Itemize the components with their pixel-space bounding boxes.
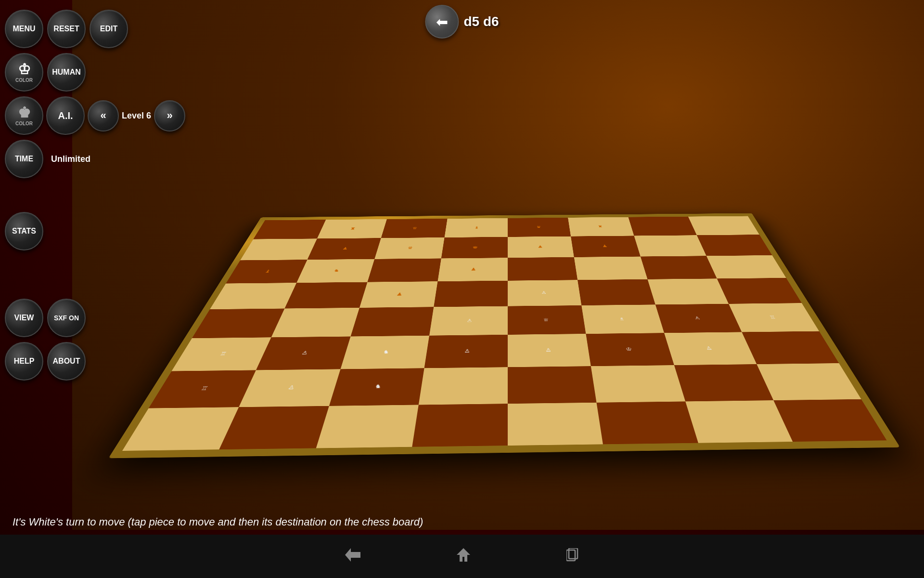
player2-color-button[interactable]: ♚ COLOR	[5, 96, 43, 135]
square-a8[interactable]	[253, 220, 326, 239]
chess-3d-container[interactable]: ♜ ♛ ♝ ♛ ♜ ♟ ♛ ♚ ♟ ♟ ♝ ♞ ♟	[111, 0, 905, 496]
square-d2[interactable]	[419, 367, 508, 405]
square-g5[interactable]	[647, 278, 729, 304]
nav-home-button[interactable]	[457, 548, 470, 565]
row-label-8: 8	[756, 224, 759, 226]
player1-row: ♔ COLOR HUMAN	[5, 53, 185, 92]
about-button[interactable]: ABOUT	[47, 342, 86, 381]
square-a7[interactable]	[240, 238, 317, 260]
row-label-2: 2	[853, 379, 858, 382]
square-b2[interactable]: ♙	[239, 369, 341, 407]
square-f8[interactable]: ♜	[568, 217, 634, 236]
square-d4[interactable]: ♙	[429, 306, 508, 336]
square-f4[interactable]: ♗	[581, 304, 664, 334]
square-b4[interactable]	[271, 308, 359, 338]
square-e1[interactable]	[508, 403, 603, 446]
square-g6[interactable]	[640, 256, 717, 279]
square-d1[interactable]	[412, 404, 508, 447]
square-c5[interactable]: ♟	[359, 281, 438, 308]
stats-button[interactable]: STATS	[5, 212, 43, 250]
time-button[interactable]: TIME	[5, 140, 43, 178]
square-e8[interactable]: ♛	[508, 218, 571, 237]
player2-row: ♚ COLOR A.I. « Level 6 »	[5, 96, 185, 135]
square-h4[interactable]: ♖	[729, 303, 819, 332]
square-g2[interactable]	[674, 364, 773, 401]
col-label-a: A	[165, 452, 172, 457]
square-a4[interactable]	[192, 309, 285, 339]
square-e7[interactable]: ♟	[508, 236, 574, 258]
square-c8[interactable]: ♛	[381, 219, 447, 238]
square-g4[interactable]: ♙	[655, 304, 742, 333]
human-button[interactable]: HUMAN	[47, 53, 86, 92]
col-label-e: E	[554, 447, 558, 451]
square-a3[interactable]: ♖	[172, 337, 271, 371]
last-move-text: d5 d6	[463, 14, 499, 29]
nav-recent-button[interactable]	[566, 548, 579, 565]
undo-arrow-icon: ⬅	[436, 13, 448, 30]
square-d8[interactable]: ♝	[444, 218, 508, 237]
square-h5[interactable]	[717, 278, 801, 304]
level-next-button[interactable]: »	[154, 100, 185, 131]
chess-board-3d[interactable]: ♜ ♛ ♝ ♛ ♜ ♟ ♛ ♚ ♟ ♟ ♝ ♞ ♟	[108, 213, 900, 459]
square-f5[interactable]	[578, 279, 655, 305]
spacer1	[5, 183, 185, 207]
square-b8[interactable]: ♜	[317, 219, 387, 238]
square-h7[interactable]	[697, 235, 772, 256]
square-d7[interactable]: ♚	[441, 237, 508, 258]
move-indicator: ⬅ d5 d6	[425, 5, 499, 39]
menu-button[interactable]: MENU	[5, 10, 43, 48]
row-label-1: 1	[877, 417, 883, 421]
square-c6[interactable]	[367, 258, 441, 282]
row-label-4: 4	[813, 315, 818, 318]
chess-board-scene: ♜ ♛ ♝ ♛ ♜ ♟ ♛ ♚ ♟ ♟ ♝ ♞ ♟	[72, 0, 924, 530]
square-h8[interactable]	[688, 216, 759, 236]
square-c4[interactable]	[350, 307, 434, 336]
square-h6[interactable]	[706, 255, 786, 279]
square-b3[interactable]: ♙	[256, 337, 350, 370]
nav-back-button[interactable]	[345, 548, 360, 565]
help-button[interactable]: HELP	[5, 342, 43, 381]
edit-button[interactable]: EDIT	[90, 10, 128, 48]
row-label-7: 7	[768, 244, 771, 246]
level-prev-button[interactable]: «	[88, 100, 119, 131]
square-c2[interactable]: ♞	[329, 368, 424, 406]
square-b6[interactable]: ♞	[296, 259, 374, 283]
square-d3[interactable]: ♙	[424, 335, 508, 368]
ai-button[interactable]: A.I.	[46, 96, 85, 135]
square-b5[interactable]	[285, 282, 368, 309]
square-f3[interactable]: ♔	[586, 333, 674, 366]
square-d5[interactable]	[434, 281, 508, 307]
square-e6[interactable]	[508, 257, 578, 281]
square-a5[interactable]	[210, 283, 296, 309]
square-c7[interactable]: ♛	[374, 237, 444, 259]
square-h3[interactable]	[742, 331, 839, 364]
square-e4[interactable]: ♕	[508, 305, 586, 335]
col-label-b: B	[263, 450, 269, 455]
square-e5[interactable]: ♙	[508, 280, 581, 306]
square-f1[interactable]	[597, 401, 698, 444]
board-grid[interactable]: ♜ ♛ ♝ ♛ ♜ ♟ ♛ ♚ ♟ ♟ ♝ ♞ ♟	[122, 216, 887, 451]
col-label-g: G	[744, 444, 750, 449]
status-message: It's White's turn to move (tap piece to …	[13, 516, 423, 528]
reset-button[interactable]: RESET	[47, 10, 86, 48]
square-e2[interactable]	[508, 366, 597, 404]
view-button[interactable]: VIEW	[5, 299, 43, 337]
undo-button[interactable]: ⬅	[425, 5, 459, 39]
square-e3[interactable]: ♙	[508, 334, 591, 367]
square-d6[interactable]: ♟	[437, 258, 508, 281]
svg-marker-1	[457, 548, 470, 562]
square-g7[interactable]	[634, 235, 706, 256]
player1-color-button[interactable]: ♔ COLOR	[5, 53, 43, 92]
square-f7[interactable]: ♟	[571, 236, 640, 257]
square-f2[interactable]	[591, 365, 685, 403]
square-h2[interactable]	[757, 363, 861, 400]
sxf-button[interactable]: SXF ON	[47, 299, 86, 337]
square-a6[interactable]: ♝	[226, 260, 307, 284]
square-g3[interactable]: ♙	[664, 332, 757, 365]
col-label-d: D	[458, 448, 462, 453]
square-g8[interactable]	[628, 217, 697, 236]
square-b7[interactable]: ♟	[308, 238, 381, 260]
square-c1[interactable]	[316, 405, 418, 448]
square-f6[interactable]	[574, 256, 647, 280]
square-c3[interactable]: ♞	[340, 336, 429, 369]
